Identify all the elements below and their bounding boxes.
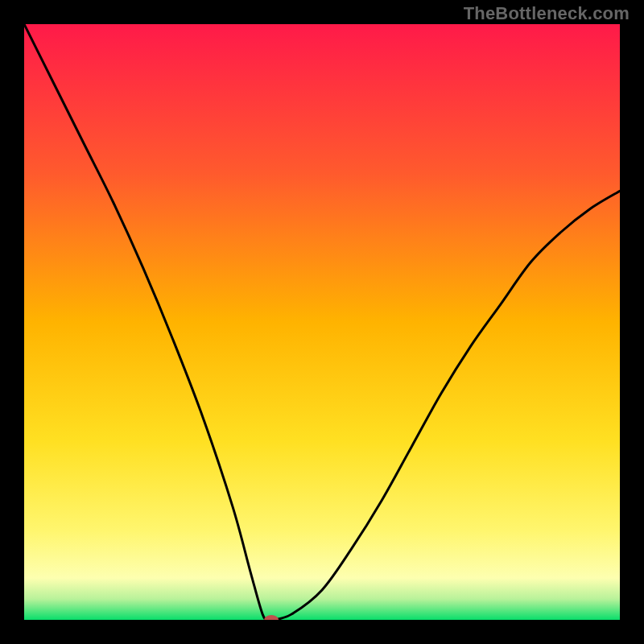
heat-background <box>24 24 620 620</box>
bottleneck-chart <box>24 24 620 620</box>
watermark-text: TheBottleneck.com <box>464 3 630 24</box>
chart-frame: TheBottleneck.com <box>0 0 644 644</box>
